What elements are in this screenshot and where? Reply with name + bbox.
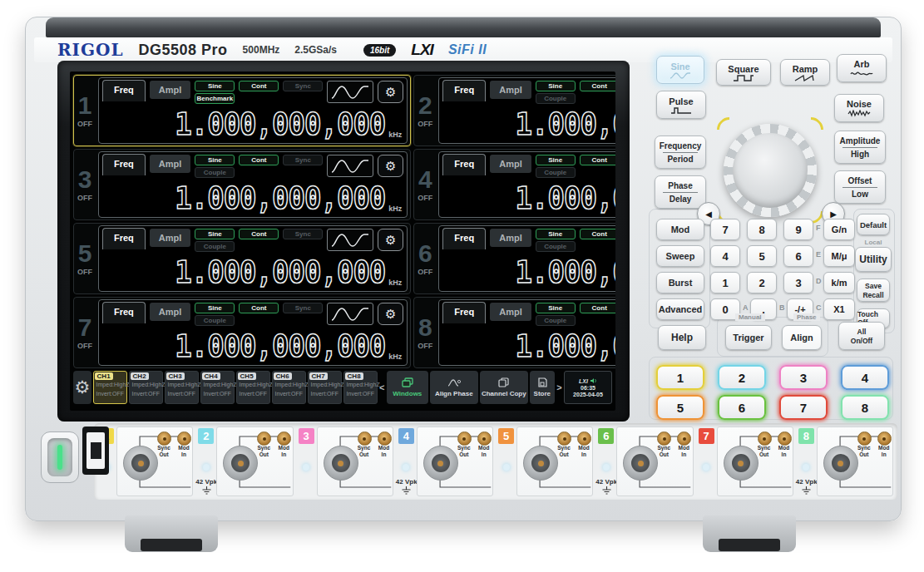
sync-out-connector[interactable] — [758, 431, 772, 446]
sine-wave-preview-icon[interactable] — [327, 229, 373, 251]
channel-settings-gear-icon[interactable]: ⚙ — [378, 81, 403, 103]
align-button[interactable]: Align — [782, 325, 822, 350]
taskbar-next-arrow[interactable]: > — [556, 371, 562, 404]
waveform-badge[interactable]: Sine — [195, 155, 235, 165]
tab-freq[interactable]: Freq — [442, 80, 486, 101]
system-settings-gear-icon[interactable]: ⚙ — [73, 371, 91, 404]
sync-out-connector[interactable] — [358, 431, 372, 446]
trigger-button[interactable]: Trigger — [725, 325, 772, 350]
waveform-badge[interactable]: Sine — [195, 229, 235, 239]
mode-badge[interactable]: Cont — [580, 81, 615, 91]
channel-select-key[interactable]: 4 — [841, 365, 889, 390]
frequency-value[interactable]: 1.000,000,000 — [516, 180, 615, 215]
channel-status-tab[interactable]: CH4 Imped:HighZ Invert:OFF — [200, 371, 235, 404]
waveform-badge[interactable]: Sine — [195, 303, 235, 313]
tab-ampl[interactable]: Ampl — [150, 303, 191, 321]
utility-button[interactable]: Utility — [855, 247, 892, 272]
tab-ampl[interactable]: Ampl — [150, 155, 191, 173]
waveform-badge[interactable]: Sine — [536, 155, 576, 165]
channel-panel[interactable]: 7 OFF Freq Ampl Sine Cont — [73, 297, 411, 368]
frequency-value[interactable]: 1.000,000,000 — [175, 328, 385, 363]
key-5[interactable]: 5 — [747, 245, 777, 267]
channel-select-key[interactable]: 3 — [779, 365, 828, 390]
sync-badge[interactable]: Sync — [283, 303, 323, 313]
mode-button[interactable]: Advanced — [656, 298, 704, 320]
pulse-button[interactable]: Pulse — [656, 91, 706, 119]
waveform-badge[interactable]: Sine — [536, 81, 576, 91]
frequency-value[interactable]: 1.000,000,000 — [516, 106, 615, 141]
sine-wave-preview-icon[interactable] — [327, 155, 373, 177]
channel-status-tab[interactable]: CH7 Imped:HighZ Invert:OFF — [308, 371, 342, 404]
waveform-badge[interactable]: Sine — [536, 303, 576, 313]
mode-button[interactable]: Mod — [656, 219, 704, 240]
sub-badge[interactable]: Couple — [195, 315, 235, 326]
store-button[interactable]: Store — [530, 371, 555, 404]
tab-freq[interactable]: Freq — [442, 302, 486, 323]
tab-freq[interactable]: Freq — [442, 228, 486, 249]
tab-ampl[interactable]: Ampl — [150, 229, 191, 247]
tab-freq[interactable]: Freq — [102, 154, 146, 175]
system-info-box[interactable]: LXI 06:35 2025-04-05 — [564, 371, 612, 404]
key-3[interactable]: 3 — [783, 272, 813, 293]
channel-panel[interactable]: 2 OFF Freq Ampl Sine Cont — [413, 75, 615, 146]
key-x1[interactable]: X1 — [823, 298, 855, 320]
frequency-value[interactable]: 1.000,000,000 — [175, 180, 385, 215]
windows-button[interactable]: Windows — [387, 371, 428, 404]
tab-ampl[interactable]: Ampl — [490, 303, 531, 321]
mode-badge[interactable]: Cont — [239, 303, 279, 313]
channel-settings-gear-icon[interactable]: ⚙ — [378, 303, 403, 325]
sync-out-connector[interactable] — [157, 431, 171, 446]
channel-select-key[interactable]: 5 — [656, 395, 704, 420]
default-button[interactable]: Default — [857, 214, 890, 235]
key-2[interactable]: 2 — [747, 272, 777, 293]
all-on-off-button[interactable]: All On/Off — [838, 322, 885, 350]
mod-in-connector[interactable] — [477, 431, 492, 446]
key-1[interactable]: 1 — [710, 272, 740, 293]
sync-out-connector[interactable] — [557, 431, 571, 446]
tab-ampl[interactable]: Ampl — [490, 155, 531, 173]
mode-badge[interactable]: Cont — [239, 229, 279, 239]
help-button[interactable]: Help — [658, 325, 706, 350]
tab-freq[interactable]: Freq — [102, 80, 146, 101]
mode-button[interactable]: Sweep — [656, 245, 704, 267]
channel-panel[interactable]: 5 OFF Freq Ampl Sine Cont — [73, 223, 411, 294]
channel-copy-button[interactable]: Channel Copy — [480, 371, 528, 404]
channel-select-key[interactable]: 1 — [656, 365, 704, 390]
channel-select-key[interactable]: 8 — [841, 395, 889, 420]
waveform-badge[interactable]: Sine — [536, 229, 576, 239]
tab-freq[interactable]: Freq — [102, 228, 146, 249]
key-unit-gn[interactable]: G/n — [823, 219, 855, 240]
sync-badge[interactable]: Sync — [283, 81, 323, 91]
save-recall-button[interactable]: Save Recall — [857, 279, 890, 302]
mode-badge[interactable]: Cont — [239, 155, 279, 165]
mode-badge[interactable]: Cont — [580, 303, 615, 313]
key-4[interactable]: 4 — [710, 245, 740, 267]
key-7[interactable]: 7 — [710, 219, 740, 240]
key-8[interactable]: 8 — [747, 219, 777, 240]
channel-select-key[interactable]: 7 — [779, 395, 828, 420]
align-phase-button[interactable]: Align Phase — [430, 371, 478, 404]
tab-ampl[interactable]: Ampl — [490, 81, 531, 99]
channel-status-tab[interactable]: CH1 Imped:HighZ Invert:OFF — [93, 371, 127, 404]
sine-wave-preview-icon[interactable] — [327, 303, 373, 325]
mod-in-connector[interactable] — [378, 431, 392, 446]
sub-badge[interactable]: Benchmark — [195, 93, 235, 104]
channel-panel[interactable]: 4 OFF Freq Ampl Sine Cont — [413, 149, 615, 220]
phase-delay-button[interactable]: Phase Delay — [655, 175, 706, 209]
arb-button[interactable]: Arb — [837, 54, 887, 82]
channel-settings-gear-icon[interactable]: ⚙ — [378, 229, 403, 251]
sub-badge[interactable]: Couple — [536, 315, 576, 326]
channel-status-tab[interactable]: CH6 Imped:HighZ Invert:OFF — [272, 371, 306, 404]
channel-select-key[interactable]: 2 — [718, 365, 766, 390]
ramp-button[interactable]: Ramp — [780, 59, 830, 86]
sine-button[interactable]: Sine — [656, 56, 704, 84]
mode-badge[interactable]: Cont — [580, 155, 615, 165]
channel-panel[interactable]: 6 OFF Freq Ampl Sine Cont — [413, 223, 615, 294]
mod-in-connector[interactable] — [177, 431, 191, 446]
sync-out-connector[interactable] — [857, 431, 872, 446]
key-9[interactable]: 9 — [783, 219, 813, 240]
mode-button[interactable]: Burst — [656, 272, 704, 293]
sync-badge[interactable]: Sync — [283, 155, 323, 165]
touch-screen[interactable]: 1 OFF Freq Ampl Sine Cont — [70, 72, 615, 411]
tab-freq[interactable]: Freq — [442, 154, 486, 175]
